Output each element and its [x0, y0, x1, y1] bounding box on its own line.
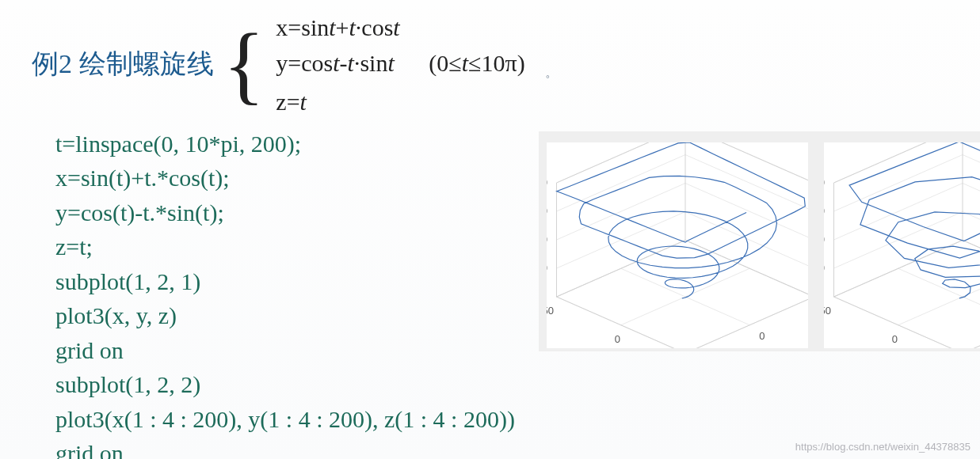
svg-line-2	[556, 297, 685, 348]
watermark: https://blog.csdn.net/weixin_44378835	[795, 441, 970, 453]
svg-line-8	[556, 142, 685, 183]
svg-line-52	[963, 154, 980, 211]
svg-line-1	[685, 297, 808, 348]
plot-panel: 010203040500-50-50050 010203040500-50-50…	[539, 131, 980, 351]
plot-3d-full: 010203040500-50-50050	[547, 142, 808, 348]
left-brace: {	[223, 29, 265, 99]
example-title: 例2 绘制螺旋线	[32, 46, 214, 82]
svg-text:20: 20	[547, 233, 547, 245]
svg-line-51	[833, 154, 963, 211]
svg-line-59	[963, 297, 980, 348]
code-line: subplot(1, 2, 1)	[55, 264, 515, 299]
svg-text:40: 40	[547, 176, 547, 188]
svg-line-50	[963, 183, 980, 240]
code-line: t=linspace(0, 10*pi, 200);	[55, 127, 515, 161]
svg-line-11	[556, 211, 685, 268]
plot-3d-sampled: 010203040500-50-50050	[824, 142, 980, 348]
svg-line-10	[685, 240, 808, 297]
matlab-code: t=linspace(0, 10*pi, 200); x=sin(t)+t.*c…	[55, 127, 515, 459]
svg-text:20: 20	[824, 233, 825, 245]
code-line: grid on	[55, 436, 515, 459]
svg-line-0	[685, 240, 808, 297]
equation-y: y=cost-t·sint (0≤t≤10π) 。	[276, 47, 558, 82]
code-line: y=cos(t)-t.*sin(t);	[55, 195, 515, 230]
svg-text:50: 50	[824, 305, 831, 317]
svg-text:30: 30	[824, 205, 825, 217]
period-punct: 。	[545, 66, 558, 79]
svg-line-20	[685, 240, 808, 297]
code-line: grid on	[55, 333, 515, 368]
svg-text:10: 10	[824, 262, 825, 274]
svg-text:50: 50	[547, 305, 554, 317]
svg-text:10: 10	[547, 262, 547, 274]
svg-line-53	[833, 142, 963, 183]
equation-system: { x=sint+t·cost y=cost-t·sint (0≤t≤10π) …	[223, 12, 559, 117]
code-line: plot3(x(1 : 4 : 200), y(1 : 4 : 200), z(…	[55, 402, 515, 437]
svg-line-49	[833, 183, 963, 240]
code-line: subplot(1, 2, 2)	[55, 367, 515, 402]
svg-line-38	[833, 297, 963, 348]
code-line: plot3(x, y, z)	[55, 298, 515, 333]
code-line: x=sin(t)+t.*cos(t);	[55, 161, 515, 195]
svg-text:30: 30	[547, 205, 547, 217]
svg-text:0: 0	[892, 333, 898, 345]
svg-line-48	[963, 211, 980, 268]
svg-line-23	[685, 297, 808, 348]
svg-text:40: 40	[824, 176, 825, 188]
svg-text:0: 0	[615, 333, 620, 345]
parameter-range: (0≤t≤10π)	[429, 50, 524, 76]
svg-line-14	[685, 183, 808, 240]
svg-text:0: 0	[759, 330, 765, 342]
svg-line-24	[556, 297, 685, 348]
svg-line-44	[833, 142, 963, 183]
equation-x: x=sint+t·cost	[276, 12, 558, 43]
svg-line-47	[833, 211, 963, 268]
svg-line-16	[685, 154, 808, 211]
code-line: z=t;	[55, 230, 515, 264]
equation-z: z=t	[276, 86, 558, 117]
svg-line-17	[556, 142, 685, 183]
svg-line-37	[963, 297, 980, 348]
svg-line-15	[556, 154, 685, 211]
svg-line-60	[833, 297, 963, 348]
